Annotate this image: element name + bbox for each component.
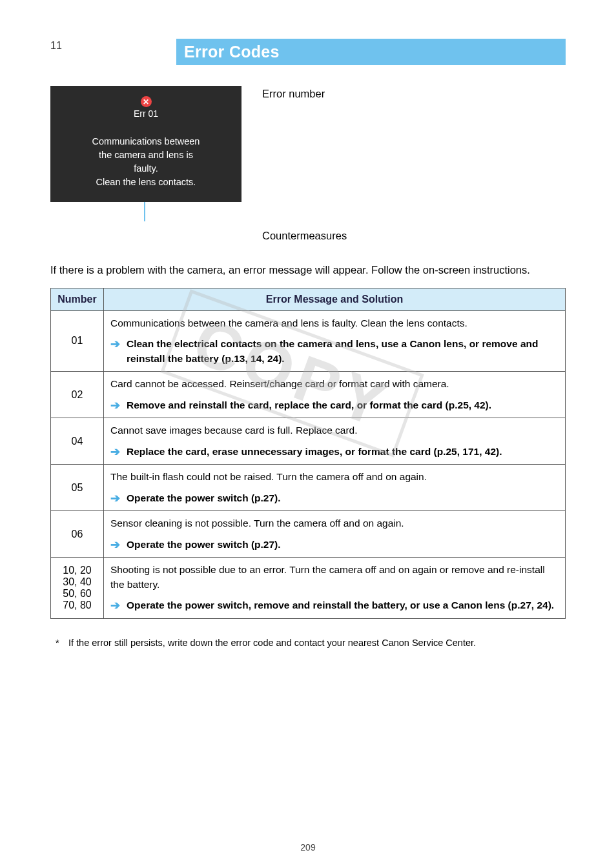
error-number-cell: 01 <box>51 310 104 371</box>
table-row: 05The built-in flash could not be raised… <box>51 465 566 511</box>
error-message-text: Card cannot be accessed. Reinsert/change… <box>110 377 559 391</box>
error-message-cell: Sensor cleaning is not possible. Turn th… <box>104 511 566 558</box>
error-message-text: Shooting is not possible due to an error… <box>110 563 559 592</box>
table-row: 01Communications between the camera and … <box>51 310 566 371</box>
cam-msg-l4: Clean the lens contacts. <box>96 177 196 187</box>
error-message-cell: Shooting is not possible due to an error… <box>104 558 566 619</box>
error-number-cell: 04 <box>51 418 104 465</box>
error-action-text: Operate the power switch (p.27). <box>127 538 281 552</box>
arrow-right-icon: ➔ <box>110 538 120 552</box>
arrow-right-icon: ➔ <box>110 338 120 352</box>
camera-error-message: Communications between the camera and le… <box>58 135 234 189</box>
error-action: ➔Operate the power switch (p.27). <box>110 491 559 506</box>
error-message-text: Cannot save images because card is full.… <box>110 423 559 438</box>
error-number-label: Error number <box>262 86 566 103</box>
col-header-message: Error Message and Solution <box>104 288 566 310</box>
error-code-table: Number Error Message and Solution 01Comm… <box>50 288 566 619</box>
callout-line-icon <box>144 202 145 221</box>
page-title: Error Codes <box>176 39 566 65</box>
page-header: 11 Error Codes <box>50 39 566 65</box>
error-action: ➔Clean the electrical contacts on the ca… <box>110 337 559 366</box>
error-number-cell: 05 <box>51 465 104 511</box>
cam-msg-l2: the camera and lens is <box>99 150 193 160</box>
camera-error-preview: ✕ Err 01 Communications between the came… <box>50 86 241 202</box>
cam-msg-l1: Communications between <box>92 136 200 146</box>
error-x-icon: ✕ <box>141 96 152 107</box>
intro-paragraph: If there is a problem with the camera, a… <box>50 262 566 279</box>
table-row: 02Card cannot be accessed. Reinsert/chan… <box>51 372 566 418</box>
error-message-cell: Card cannot be accessed. Reinsert/change… <box>104 372 566 418</box>
cam-msg-l3: faulty. <box>134 163 158 174</box>
countermeasures-label: Countermeasures <box>262 228 566 245</box>
error-number-cell: 06 <box>51 511 104 558</box>
error-action: ➔Remove and reinstall the card, replace … <box>110 398 559 413</box>
error-action-text: Remove and reinstall the card, replace t… <box>127 398 491 412</box>
error-action: ➔Operate the power switch (p.27). <box>110 538 559 552</box>
arrow-right-icon: ➔ <box>110 492 120 506</box>
table-row: 06Sensor cleaning is not possible. Turn … <box>51 511 566 558</box>
error-action-text: Operate the power switch (p.27). <box>127 491 281 505</box>
col-header-number: Number <box>51 288 104 310</box>
table-row: 04Cannot save images because card is ful… <box>51 418 566 465</box>
error-action-text: Operate the power switch, remove and rei… <box>127 598 554 612</box>
error-action-text: Clean the electrical contacts on the cam… <box>127 337 559 366</box>
error-action: ➔Replace the card, erase unnecessary ima… <box>110 445 559 459</box>
error-message-cell: The built-in flash could not be raised. … <box>104 465 566 511</box>
error-message-text: Communications between the camera and le… <box>110 316 559 330</box>
camera-error-code: Err 01 <box>134 108 158 119</box>
camera-screen: ✕ Err 01 Communications between the came… <box>50 86 241 202</box>
error-action-text: Replace the card, erase unnecessary imag… <box>127 445 502 459</box>
error-action: ➔Operate the power switch, remove and re… <box>110 598 559 613</box>
table-row: 10, 2030, 4050, 6070, 80Shooting is not … <box>51 558 566 619</box>
error-message-text: The built-in flash could not be raised. … <box>110 470 559 484</box>
error-message-cell: Communications between the camera and le… <box>104 310 566 371</box>
error-number-cell: 02 <box>51 372 104 418</box>
arrow-right-icon: ➔ <box>110 599 120 613</box>
footnote: If the error still persists, write down … <box>50 636 566 650</box>
error-number-cell: 10, 2030, 4050, 6070, 80 <box>51 558 104 619</box>
arrow-right-icon: ➔ <box>110 399 120 413</box>
page-number-top: 11 <box>50 39 176 52</box>
error-message-cell: Cannot save images because card is full.… <box>104 418 566 465</box>
error-message-text: Sensor cleaning is not possible. Turn th… <box>110 516 559 530</box>
arrow-right-icon: ➔ <box>110 445 120 459</box>
page-number-bottom: 209 <box>0 842 616 853</box>
